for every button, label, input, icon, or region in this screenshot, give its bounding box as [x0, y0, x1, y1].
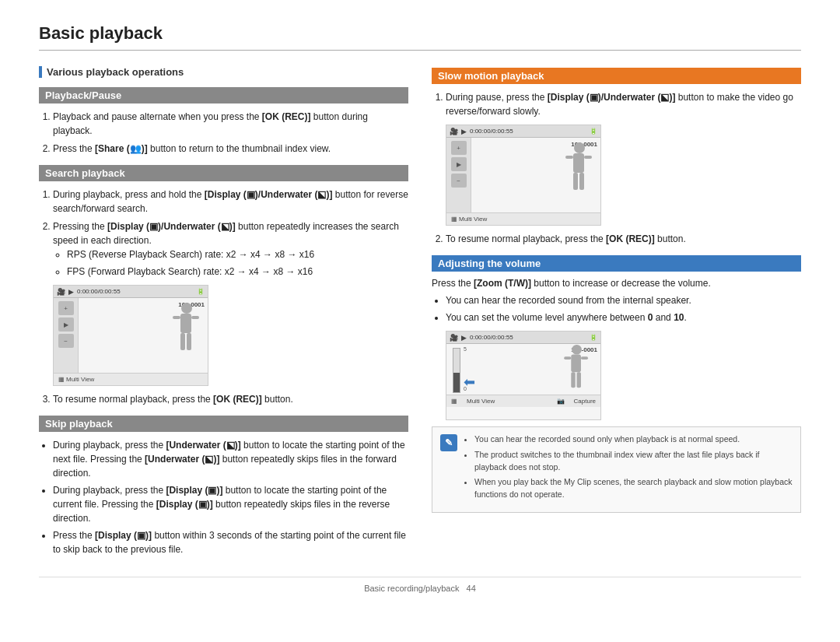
svg-rect-1 [180, 314, 191, 333]
list-item: During pause, press the [Display (▣)/Und… [446, 90, 801, 118]
ds-content: + ▶ − 100-0001 [54, 298, 208, 373]
svg-rect-4 [180, 333, 185, 350]
note-icon: ✎ [440, 434, 457, 451]
slow-motion-header: Slow motion playback [432, 68, 801, 84]
minus-btn: − [58, 334, 74, 348]
playback-pause-header: Playback/Pause [39, 87, 408, 103]
list-item: To resume normal playback, press the [OK… [446, 232, 801, 246]
plus-btn: + [58, 301, 74, 315]
svg-rect-7 [573, 153, 584, 173]
footer-page: 44 [467, 584, 476, 593]
plus-btn: + [451, 141, 467, 155]
play-btn: ▶ [58, 317, 74, 332]
volume-max-label: 5 [464, 346, 467, 352]
subsection-title: Various playback operations [39, 66, 408, 78]
page-footer: Basic recording/playback 44 [39, 577, 801, 593]
multiview-label: ▦ Multi View [58, 376, 94, 383]
playback-pause-list: Playback and pause alternate when you pr… [39, 110, 408, 156]
ds-bottombar-slow: ▦ Multi View [446, 212, 600, 225]
note-box: ✎ You can hear the recorded sound only w… [432, 426, 801, 513]
multiview-label-slow: ▦ Multi View [451, 216, 487, 223]
svg-rect-5 [187, 333, 191, 350]
camera-icon: 🎥 [57, 288, 65, 296]
ds-topbar-vol: 🎥 ▶ 0:00:00/0:00:55 🔋 [446, 332, 600, 344]
svg-point-12 [572, 345, 582, 355]
timecode: 0:00:00/0:00:55 [77, 288, 121, 295]
list-item: When you play back the My Clip scenes, t… [474, 476, 793, 501]
vol-body: 100-0001 5 0 ⬅ [446, 344, 600, 407]
ds-content-slow: + ▶ − 100-0001 [446, 138, 600, 212]
multiview-text: Multi View [66, 376, 94, 383]
svg-rect-9 [584, 156, 592, 159]
svg-rect-2 [173, 316, 180, 319]
ds-main-slow: 100-0001 [471, 138, 600, 212]
svg-rect-10 [573, 173, 578, 190]
list-item: Press the [Display (▣)] button within 3 … [53, 528, 408, 556]
list-item: FPS (Forward Playback Search) rate: x2 →… [67, 265, 408, 279]
ds-topbar: 🎥 ▶ 0:00:00/0:00:55 🔋 [54, 286, 208, 298]
battery-icon-vol: 🔋 [590, 334, 597, 341]
device-screenshot-slow: 🎥 ▶ 0:00:00/0:00:55 🔋 + ▶ − 100-0001 [446, 125, 601, 226]
right-column: Slow motion playback During pause, press… [432, 58, 801, 561]
list-item: During playback, press the [Display (▣)]… [53, 483, 408, 525]
svg-rect-3 [191, 316, 199, 319]
volume-fill [453, 373, 460, 392]
volume-bar [453, 348, 460, 393]
battery-icon: 🔋 [590, 128, 597, 135]
camera-icon: 🎥 [450, 128, 458, 135]
svg-rect-13 [571, 355, 581, 373]
svg-rect-11 [579, 173, 584, 190]
slow-motion-list-2: To resume normal playback, press the [OK… [432, 232, 801, 246]
skip-playback-header: Skip playback [39, 416, 408, 432]
left-column: Various playback operations Playback/Pau… [39, 58, 408, 561]
figure-svg [157, 302, 200, 360]
list-item: The product switches to the thumbnail in… [474, 449, 793, 474]
slow-motion-list: During pause, press the [Display (▣)/Und… [432, 90, 801, 118]
list-item: RPS (Reverse Playback Search) rate: x2 →… [67, 247, 408, 261]
list-item: You can set the volume level anywhere be… [446, 310, 801, 325]
play-icon: ▶ [68, 288, 74, 296]
play-icon: ▶ [461, 128, 467, 135]
device-screenshot-volume: 🎥 ▶ 0:00:00/0:00:55 🔋 100-0001 5 0 ⬅ [446, 331, 601, 420]
multiview-icon: ▦ [58, 376, 65, 383]
volume-list: You can hear the recorded sound from the… [432, 293, 801, 325]
list-item: To resume normal playback, press the [OK… [53, 392, 408, 406]
svg-rect-16 [571, 372, 575, 388]
ds-sidebar: + ▶ − [54, 298, 79, 373]
multiview-text: Multi View [459, 216, 487, 223]
cursor-arrow: ⬅ [464, 374, 475, 391]
search-playback-header: Search playback [39, 165, 408, 181]
svg-rect-15 [581, 356, 588, 360]
device-screenshot-search: 🎥 ▶ 0:00:00/0:00:55 🔋 + ▶ − 100-0001 [53, 285, 208, 386]
note-content: You can hear the recorded sound only whe… [464, 433, 793, 506]
timecode-vol: 0:00:00/0:00:55 [470, 334, 513, 341]
capture-text-vol: Capture [574, 398, 596, 405]
skip-playback-list: During playback, press the [Underwater (… [39, 438, 408, 556]
list-item: You can hear the recorded sound only whe… [474, 433, 793, 446]
svg-point-6 [574, 142, 585, 153]
list-item: You can hear the recorded sound from the… [446, 293, 801, 307]
svg-rect-14 [564, 356, 571, 360]
ds-main: 100-0001 [79, 298, 208, 373]
search-bullets: RPS (Reverse Playback Search) rate: x2 →… [53, 247, 408, 279]
multiview-icon-vol: ▦ [451, 398, 457, 405]
svg-rect-8 [565, 156, 573, 159]
adjusting-volume-header: Adjusting the volume [432, 255, 801, 272]
search-playback-list-3: To resume normal playback, press the [OK… [39, 392, 408, 406]
play-btn: ▶ [451, 157, 467, 171]
ds-sidebar-slow: + ▶ − [446, 138, 471, 212]
figure-svg-slow [550, 142, 593, 200]
play-icon: ▶ [461, 334, 467, 342]
list-item: Pressing the [Display (▣)/Underwater (⬕)… [53, 219, 408, 279]
minus-btn: − [451, 174, 467, 188]
search-playback-list: During playback, press and hold the [Dis… [39, 188, 408, 279]
volume-intro: Press the [Zoom (T/W)] button to increas… [432, 278, 801, 289]
list-item: During playback, press the [Underwater (… [53, 438, 408, 480]
svg-rect-17 [577, 372, 581, 388]
note-list: You can hear the recorded sound only whe… [464, 433, 793, 501]
footer-text: Basic recording/playback [364, 584, 459, 593]
svg-point-0 [181, 303, 192, 314]
page-title: Basic playback [39, 23, 801, 51]
ds-topbar-slow: 🎥 ▶ 0:00:00/0:00:55 🔋 [446, 125, 600, 138]
list-item: Press the [Share (👥)] button to return t… [53, 142, 408, 156]
